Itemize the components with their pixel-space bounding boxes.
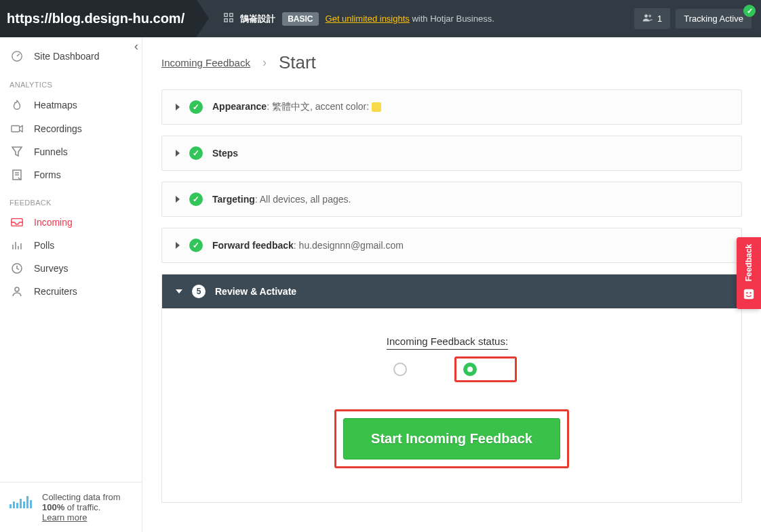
tracking-pill[interactable]: Tracking Active ✓ [676, 9, 752, 28]
tracking-label: Tracking Active [684, 14, 743, 24]
sidebar-footer: Collecting data from 100% of traffic. Le… [0, 482, 142, 532]
panel-steps[interactable]: ✓ Steps [161, 136, 742, 171]
person-icon [9, 286, 24, 297]
group-feedback: FEEDBACK [9, 199, 142, 207]
check-icon: ✓ [189, 100, 203, 114]
sidebar-item-label: Recruiters [34, 286, 77, 297]
breadcrumb: Incoming Feedback › Start [161, 52, 742, 73]
site-name[interactable]: 鵠崙設計 [240, 13, 275, 25]
breadcrumb-current: Start [279, 52, 316, 73]
panel-title: Appearance [212, 101, 267, 112]
sidebar-item-polls[interactable]: Polls [0, 234, 142, 257]
svg-point-13 [746, 292, 747, 293]
breadcrumb-parent[interactable]: Incoming Feedback [161, 57, 250, 68]
radio-active[interactable]: Active [454, 356, 517, 382]
sidebar-item-label: Recordings [34, 123, 82, 134]
sidebar-item-forms[interactable]: Forms [0, 163, 142, 186]
panel-title: Forward feedback [212, 240, 294, 251]
panel-subtitle: : hu.designnn@gmail.com [294, 240, 404, 251]
svg-rect-7 [12, 126, 20, 132]
group-analytics: ANALYTICS [9, 81, 142, 89]
sidebar-item-funnels[interactable]: Funnels [0, 140, 142, 163]
panel-forward[interactable]: ✓ Forward feedback: hu.designnn@gmail.co… [161, 228, 742, 263]
sidebar: ‹ Site Dashboard ANALYTICS Heatmaps Reco… [0, 37, 142, 532]
color-swatch [372, 102, 381, 112]
check-icon: ✓ [189, 239, 203, 252]
panel-title: Review & Activate [215, 286, 296, 297]
radio-inactive[interactable]: Inactive [387, 359, 452, 380]
radio-label: Inactive [412, 364, 445, 375]
svg-point-4 [644, 14, 648, 18]
feedback-tab-label: Feedback [744, 244, 754, 281]
sidebar-item-label: Heatmaps [34, 100, 77, 110]
svg-point-14 [750, 292, 752, 293]
inbox-icon [9, 218, 24, 227]
radio-label: Active [482, 364, 508, 375]
users-icon [642, 13, 653, 24]
plan-badge: BASIC [282, 12, 318, 26]
smiley-icon [743, 288, 755, 302]
panel-title: Steps [212, 148, 238, 159]
sidebar-item-heatmaps[interactable]: Heatmaps [0, 93, 142, 117]
sidebar-item-recordings[interactable]: Recordings [0, 117, 142, 140]
radio-icon [463, 363, 477, 376]
radio-icon [393, 363, 407, 376]
panel-review: 5 Review & Activate Incoming Feedback st… [161, 274, 742, 503]
content: Incoming Feedback › Start ✓ Appearance: … [142, 37, 761, 532]
form-icon [9, 169, 24, 180]
chart-icon [9, 240, 24, 251]
collapse-sidebar-icon[interactable]: ‹ [130, 40, 142, 52]
svg-point-5 [648, 15, 651, 18]
sidebar-item-surveys[interactable]: Surveys [0, 257, 142, 280]
caret-right-icon [176, 196, 180, 203]
flame-icon [9, 99, 24, 111]
sidebar-item-recruiters[interactable]: Recruiters [0, 280, 142, 303]
sidebar-item-label: Surveys [34, 263, 69, 274]
learn-more-link[interactable]: Learn more [42, 512, 87, 523]
grid-icon [224, 13, 233, 24]
upgrade-suffix: with Hotjar Business. [410, 14, 494, 24]
sidebar-item-label: Incoming [34, 217, 73, 228]
site-url[interactable]: https://blog.design-hu.com/ [0, 0, 197, 37]
panel-review-head[interactable]: 5 Review & Activate [162, 274, 741, 308]
upgrade-link[interactable]: Get unlimited insights [326, 14, 410, 24]
top-right: 1 Tracking Active ✓ [634, 8, 761, 29]
footer-line2: 100% of traffic. [42, 502, 121, 512]
sidebar-item-incoming[interactable]: Incoming [0, 211, 142, 234]
caret-down-icon [176, 289, 182, 293]
svg-rect-1 [230, 14, 233, 16]
sidebar-item-label: Polls [34, 240, 54, 251]
upgrade-message: Get unlimited insights with Hotjar Busin… [326, 14, 494, 24]
check-icon: ✓ [189, 192, 203, 206]
funnel-icon [9, 146, 24, 157]
start-button[interactable]: Start Incoming Feedback [343, 418, 560, 459]
start-highlight: Start Incoming Feedback [334, 409, 569, 468]
sidebar-item-label: Forms [34, 169, 61, 180]
sidebar-item-dashboard[interactable]: Site Dashboard [0, 44, 142, 68]
panel-targeting[interactable]: ✓ Targeting: All devices, all pages. [161, 182, 742, 217]
panel-title: Targeting [212, 194, 255, 205]
gauge-icon [9, 50, 24, 62]
svg-rect-3 [230, 19, 233, 22]
status-label: Incoming Feedback status: [387, 335, 508, 350]
user-count: 1 [657, 14, 662, 24]
sidebar-item-label: Site Dashboard [34, 51, 100, 62]
step-number: 5 [192, 285, 206, 298]
status-radio-group: Inactive Active [387, 356, 517, 382]
caret-right-icon [176, 242, 180, 249]
panel-appearance[interactable]: ✓ Appearance: 繁體中文, accent color: [161, 89, 742, 125]
svg-rect-0 [225, 14, 227, 16]
users-pill[interactable]: 1 [634, 8, 670, 29]
feedback-tab[interactable]: Feedback [737, 237, 761, 309]
svg-rect-12 [744, 289, 754, 299]
check-icon: ✓ [189, 146, 203, 160]
svg-point-11 [15, 287, 19, 291]
sidebar-item-label: Funnels [34, 146, 68, 157]
svg-rect-2 [225, 19, 227, 22]
check-icon: ✓ [743, 5, 756, 17]
panel-subtitle: : All devices, all pages. [255, 194, 351, 205]
footer-line1: Collecting data from [42, 492, 121, 502]
panel-review-body: Incoming Feedback status: Inactive Activ… [162, 308, 741, 502]
camera-icon [9, 124, 24, 134]
caret-right-icon [176, 150, 180, 157]
